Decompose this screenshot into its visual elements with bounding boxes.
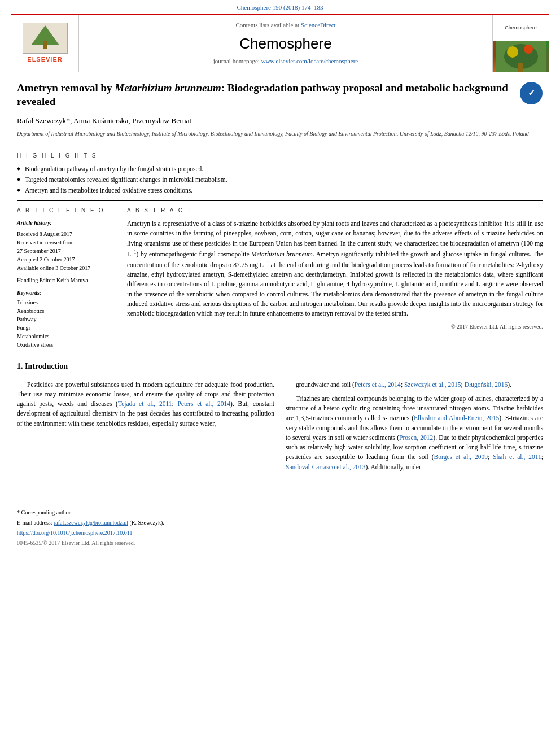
intro-col-left: Pesticides are powerful substances used … — [17, 380, 274, 477]
keyword-4: Fungi — [17, 324, 116, 332]
keyword-6: Oxidative stress — [17, 341, 116, 349]
article-title-block: Ametryn removal by Metarhizium brunneum:… — [17, 81, 543, 109]
svg-text:✓: ✓ — [528, 88, 535, 98]
ref-sandoval[interactable]: Sandoval-Carrasco et al., 2013 — [286, 464, 365, 470]
ref-peters[interactable]: Peters et al., 2014 — [177, 400, 230, 407]
list-item: Ametryn and its metabolites induced oxid… — [17, 186, 543, 195]
issn-text: 0045-6535/© 2017 Elsevier Ltd. All right… — [17, 539, 543, 547]
elsevier-label: ELSEVIER — [27, 55, 62, 64]
abstract-heading: A B S T R A C T — [127, 207, 543, 215]
copyright-text: © 2017 Elsevier Ltd. All rights reserved… — [127, 323, 543, 331]
divider-article-info — [17, 200, 543, 201]
highlights-section: H I G H L I G H T S Biodegradation pathw… — [17, 152, 543, 195]
elsevier-tree-icon — [23, 23, 68, 54]
abstract-text: Ametryn is a representative of a class o… — [127, 219, 543, 318]
journal-title: Chemosphere — [90, 33, 481, 54]
ref-prosen[interactable]: Prosen, 2012 — [399, 434, 433, 441]
journal-cover-image — [493, 41, 549, 72]
journal-ref-text: Chemosphere 190 (2018) 174–183 — [237, 4, 323, 11]
crossmark-icon[interactable]: ✓ — [519, 81, 543, 105]
page: Chemosphere 190 (2018) 174–183 ELSEVIER … — [0, 0, 560, 553]
ref-elbashir[interactable]: Elbashir and Aboul-Enein, 2015 — [414, 414, 499, 421]
keyword-2: Xenobiotics — [17, 307, 116, 315]
article-title-text: Ametryn removal by Metarhizium brunneum:… — [17, 81, 514, 109]
ref-shah[interactable]: Shah et al., 2011 — [493, 453, 541, 460]
svg-point-3 — [524, 45, 533, 54]
intro-paragraph-1: Pesticides are powerful substances used … — [17, 380, 274, 429]
received-revised-date: 27 September 2017 — [17, 247, 116, 255]
highlights-label: H I G H L I G H T S — [17, 152, 543, 160]
received-date: Received 8 August 2017 — [17, 230, 116, 238]
article-info-heading: A R T I C L E I N F O — [17, 207, 116, 215]
corresponding-note: * Corresponding author. — [17, 509, 543, 517]
email-label: E-mail address: — [17, 519, 52, 526]
handling-editor: Handling Editor: Keith Maruya — [17, 277, 116, 285]
introduction-section: 1. Introduction Pesticides are powerful … — [17, 361, 543, 477]
history-label: Article history: — [17, 219, 116, 227]
introduction-heading: 1. Introduction — [17, 361, 543, 374]
footer: * Corresponding author. E-mail address: … — [0, 503, 560, 553]
ref-peters2[interactable]: Peters et al., 2014 — [355, 381, 401, 388]
science-direct-link: Contents lists available at ScienceDirec… — [90, 21, 481, 29]
highlights-list: Biodegradation pathway of ametryn by the… — [17, 164, 543, 195]
email-note: E-mail address: rafa1.szewczyk@biol.uni.… — [17, 519, 543, 527]
keywords-label: Keywords: — [17, 289, 116, 297]
journal-header: ELSEVIER Contents lists available at Sci… — [11, 14, 549, 72]
keyword-3: Pathway — [17, 316, 116, 324]
title-prefix: Ametryn removal by — [17, 82, 115, 94]
journal-title-area: Contents lists available at ScienceDirec… — [79, 15, 492, 71]
doi-link[interactable]: https://doi.org/10.1016/j.chemosphere.20… — [17, 529, 543, 537]
list-item: Targeted metabolomics revealed significa… — [17, 175, 543, 184]
affiliation: Department of Industrial Microbiology an… — [17, 130, 543, 138]
intro-paragraph-3: Triazines are chemical compounds belongi… — [286, 394, 543, 472]
divider-highlights — [17, 146, 543, 146]
ref-tejada[interactable]: Tejada et al., 2011 — [118, 400, 172, 407]
journal-cover-area: Chemosphere — [492, 15, 549, 71]
journal-reference: Chemosphere 190 (2018) 174–183 — [0, 0, 560, 14]
intro-paragraph-2: groundwater and soil (Peters et al., 201… — [286, 380, 543, 390]
email-link[interactable]: rafa1.szewczyk@biol.uni.lodz.pl — [54, 519, 128, 526]
journal-homepage: journal homepage: www.elsevier.com/locat… — [90, 57, 481, 65]
list-item: Biodegradation pathway of ametryn by the… — [17, 164, 543, 173]
elsevier-logo: ELSEVIER — [23, 23, 68, 64]
ref-dlugonski[interactable]: Długoński, 2016 — [465, 381, 508, 388]
ref-borges[interactable]: Borges et al., 2009 — [434, 453, 488, 460]
received-revised-label: Received in revised form — [17, 239, 116, 247]
intro-col-right: groundwater and soil (Peters et al., 201… — [286, 380, 543, 477]
abstract-col: A B S T R A C T Ametryn is a representat… — [127, 207, 543, 350]
science-direct-anchor[interactable]: ScienceDirect — [301, 21, 336, 28]
keyword-1: Triazines — [17, 299, 116, 307]
article-info-abstract: A R T I C L E I N F O Article history: R… — [17, 207, 543, 350]
main-content: Ametryn removal by Metarhizium brunneum:… — [0, 72, 560, 486]
title-italic: Metarhizium brunneum — [115, 82, 221, 94]
svg-rect-4 — [518, 63, 523, 72]
introduction-columns: Pesticides are powerful substances used … — [17, 380, 543, 477]
article-info-col: A R T I C L E I N F O Article history: R… — [17, 207, 116, 350]
email-name: (R. Szewczyk). — [129, 519, 164, 526]
accepted-date: Accepted 2 October 2017 — [17, 256, 116, 264]
keyword-5: Metabolomics — [17, 333, 116, 340]
homepage-link[interactable]: www.elsevier.com/locate/chemosphere — [261, 58, 358, 64]
ref-szewczyk[interactable]: Szewczyk et al., 2015 — [404, 381, 461, 388]
authors: Rafał Szewczyk*, Anna Kuśmierska, Przemy… — [17, 116, 543, 126]
elsevier-logo-area: ELSEVIER — [11, 15, 79, 71]
journal-cover-label: Chemosphere — [493, 15, 549, 40]
svg-point-2 — [507, 46, 518, 58]
available-date: Available online 3 October 2017 — [17, 264, 116, 272]
